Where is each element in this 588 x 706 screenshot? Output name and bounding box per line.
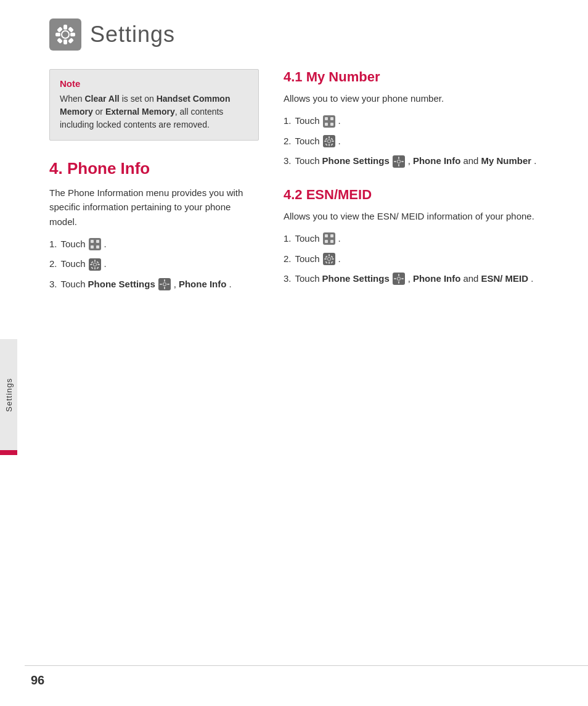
svg-rect-64 [329,254,330,257]
esn-meid-steps: 1. Touch . [284,232,563,286]
svg-point-72 [328,258,330,260]
phone-info-step-1: 1. Touch . [49,237,259,252]
svg-rect-11 [89,238,101,250]
settings-icon-2 [158,277,171,291]
svg-rect-34 [323,115,335,128]
mn-step-text-3: Touch Phone Settings [295,154,537,168]
svg-rect-19 [94,267,96,269]
step-number-1: 1. [49,237,57,252]
svg-rect-12 [91,240,94,243]
svg-rect-41 [329,136,330,139]
svg-point-26 [94,263,96,266]
settings-icon-mn-1 [322,134,336,148]
section-esn-meid: 4.2 ESN/MEID Allows you to view the ESN/… [284,187,563,286]
section-phone-info: 4. Phone Info The Phone Information menu… [49,159,259,291]
svg-rect-60 [325,240,328,243]
svg-rect-61 [330,240,333,243]
page-number: 96 [31,673,44,688]
esn-step-text-3: Touch Phone Settings [295,272,534,286]
svg-rect-35 [325,117,328,120]
step-text-2: Touch [61,257,107,271]
esn-step-text-1: Touch . [295,232,341,246]
step-text-1: Touch . [61,237,107,252]
svg-rect-67 [332,258,334,260]
note-label: Note [60,78,248,89]
svg-rect-20 [90,264,92,265]
svg-rect-3 [63,39,67,44]
svg-rect-57 [323,232,335,245]
settings-icon-mn-2 [392,155,406,168]
apps-icon-esn-1 [322,232,336,245]
esn-step-1: 1. Touch . [284,232,563,246]
apps-icon-mn-1 [322,115,336,128]
esn-step-number-2: 2. [284,252,292,266]
svg-rect-2 [63,25,67,30]
svg-rect-76 [398,281,399,284]
step-text-3: Touch Phone Settings [61,277,232,292]
main-content: Settings Note When Clear All is set on H… [25,0,588,328]
page-title: Settings [90,22,175,47]
mn-step-number-1: 1. [284,114,292,128]
note-box: Note When Clear All is set on Handset Co… [49,69,259,141]
svg-rect-59 [330,234,333,237]
mn-step-number-2: 2. [284,134,292,149]
svg-point-10 [62,31,68,38]
esn-step-2: 2. Touch [284,252,563,266]
step-number-3: 3. [49,277,57,292]
svg-rect-52 [398,157,399,159]
esn-step-3: 3. Touch Phone Settings [284,272,563,286]
esn-step-number-1: 1. [284,232,292,246]
svg-rect-13 [96,240,99,243]
svg-point-56 [398,160,400,163]
svg-rect-54 [394,161,396,162]
svg-point-79 [398,277,400,280]
mn-step-number-3: 3. [284,154,292,168]
mn-step-text-1: Touch . [295,114,341,128]
svg-rect-14 [91,245,94,248]
note-text: When Clear All is set on Handset Common … [60,92,248,131]
svg-rect-66 [324,258,327,260]
svg-rect-36 [330,117,333,120]
phone-info-step-2: 2. Touch [49,257,259,271]
svg-rect-42 [329,144,330,146]
page-header: Settings [49,18,563,51]
settings-icon-1 [88,258,102,271]
svg-rect-55 [401,161,404,162]
my-number-steps: 1. Touch . [284,114,563,168]
svg-rect-38 [330,123,333,126]
right-column: 4.1 My Number Allows you to view your ph… [284,69,563,303]
section-my-number: 4.1 My Number Allows you to view your ph… [284,69,563,168]
sidebar-tab-label: Settings [4,378,14,412]
settings-icon-esn-2 [392,272,406,285]
svg-rect-75 [398,274,399,276]
my-number-step-2: 2. Touch [284,134,563,149]
sidebar-tab-bar [0,450,17,455]
svg-rect-78 [401,278,404,279]
svg-rect-21 [97,264,100,265]
my-number-desc: Allows you to view your phone number. [284,91,563,105]
phone-info-desc: The Phone Information menu provides you … [49,186,259,229]
two-column-layout: Note When Clear All is set on Handset Co… [49,69,563,303]
svg-rect-43 [324,141,327,142]
svg-point-49 [328,140,330,142]
phone-info-steps: 1. Touch . [49,237,259,292]
page-divider [25,665,588,666]
svg-rect-58 [325,234,328,237]
sidebar-tab: Settings [0,339,17,450]
svg-rect-18 [94,260,96,262]
svg-rect-15 [96,245,99,248]
apps-icon-1 [88,237,102,251]
my-number-heading: 4.1 My Number [284,69,563,85]
settings-icon-esn-1 [322,252,336,266]
mn-step-text-2: Touch [295,134,341,149]
esn-step-text-2: Touch [295,252,341,266]
svg-rect-31 [160,284,162,285]
settings-page-icon [49,18,81,51]
svg-point-33 [163,283,166,285]
svg-rect-37 [325,123,328,126]
phone-info-heading: 4. Phone Info [49,159,259,178]
esn-meid-heading: 4.2 ESN/MEID [284,187,563,203]
svg-rect-32 [167,284,169,285]
my-number-step-1: 1. Touch . [284,114,563,128]
svg-rect-77 [394,278,396,279]
